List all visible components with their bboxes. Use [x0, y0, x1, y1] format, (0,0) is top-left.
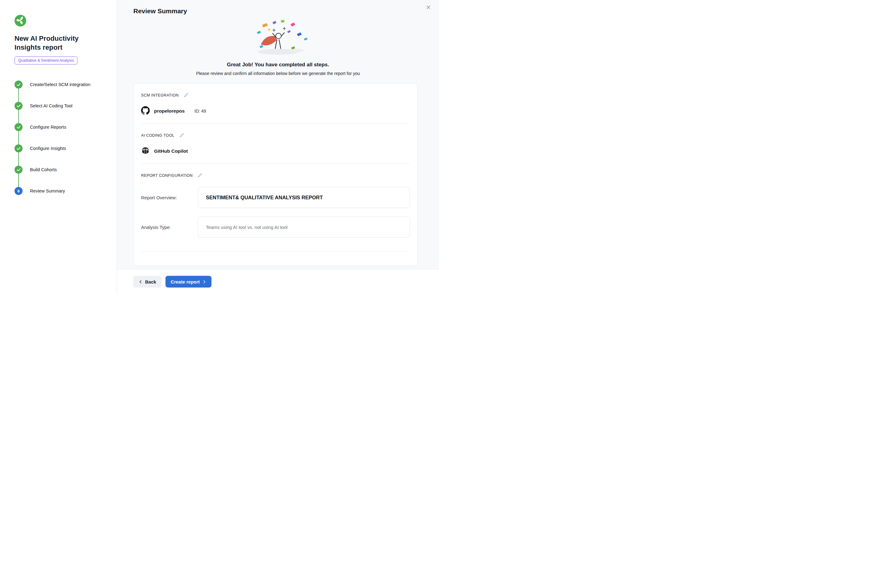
step-create-select-scm-integration[interactable]: Create/Select SCM integration: [15, 81, 105, 88]
stepper-connector-line: [18, 84, 19, 191]
step-check-icon: [15, 166, 23, 174]
step-review-summary[interactable]: 6 Review Summary: [15, 187, 105, 195]
edit-tool-icon[interactable]: [179, 132, 185, 138]
analysis-type-value: Teams using AI tool vs. not using AI too…: [198, 217, 410, 237]
analysis-type-label: Analysis Type:: [141, 225, 198, 230]
completion-hero: Great Job! You have completed all steps.…: [117, 20, 439, 76]
tool-section-label: AI CODING TOOL: [141, 133, 174, 138]
wizard-title: New AI Productivity Insights report: [15, 34, 105, 52]
app-logo-icon: [15, 15, 26, 27]
back-button[interactable]: Back: [133, 276, 161, 288]
chevron-left-icon: [138, 280, 143, 284]
divider: [141, 164, 410, 164]
step-build-cohorts[interactable]: Build Cohorts: [15, 166, 105, 174]
wizard-stepper: Create/Select SCM integration Select AI …: [15, 81, 105, 195]
copilot-icon: [141, 146, 150, 156]
step-label: Configure Insights: [30, 146, 66, 151]
create-report-button-label: Create report: [171, 279, 200, 284]
github-icon: [141, 106, 150, 116]
step-label: Create/Select SCM integration: [30, 82, 90, 87]
create-report-button[interactable]: Create report: [165, 276, 212, 288]
congrats-title: Great Job! You have completed all steps.: [117, 62, 439, 68]
step-label: Review Summary: [30, 189, 65, 194]
wizard-sidebar: New AI Productivity Insights report Qual…: [0, 0, 117, 294]
edit-report-config-icon[interactable]: [197, 172, 203, 178]
close-icon[interactable]: ✕: [426, 4, 431, 10]
step-configure-reports[interactable]: Configure Reports: [15, 123, 105, 131]
step-label: Configure Reports: [30, 124, 66, 130]
step-check-icon: [15, 123, 23, 131]
report-config-section-label: REPORT CONFIGURATION: [141, 173, 192, 178]
step-number-badge: 6: [15, 187, 23, 195]
wizard-footer: Back Create report: [117, 269, 439, 294]
step-label: Build Cohorts: [30, 167, 57, 172]
scm-integration-id: ID: 49: [194, 109, 206, 114]
step-check-icon: [15, 144, 23, 152]
report-overview-label: Report Overview:: [141, 195, 198, 200]
scm-section-label: SCM INTEGRATION: [141, 93, 179, 98]
celebration-illustration: [117, 20, 439, 60]
review-summary-panel: ✕ Review Summary: [117, 0, 439, 294]
chevron-right-icon: [202, 280, 206, 284]
step-check-icon: [15, 81, 23, 88]
scm-integration-name: propelorepos: [154, 108, 185, 114]
step-check-icon: [15, 102, 23, 110]
step-select-ai-coding-tool[interactable]: Select AI Coding Tool: [15, 102, 105, 110]
summary-card: SCM INTEGRATION propelorepos ID: 49 AI C…: [133, 83, 418, 266]
divider: [141, 123, 410, 124]
congrats-subtitle: Please review and confirm all informatio…: [117, 71, 439, 76]
page-title: Review Summary: [117, 0, 439, 15]
summary-scroll-area[interactable]: Review Summary: [117, 0, 439, 269]
report-overview-value: SENTIMENT& QUALITATIVE ANALYSIS REPORT: [198, 187, 410, 208]
ai-coding-tool-name: GitHub Copilot: [154, 148, 188, 154]
analysis-type-badge: Qualitative & Sentiment Analysis: [15, 57, 78, 64]
edit-scm-icon[interactable]: [183, 92, 189, 98]
back-button-label: Back: [145, 279, 156, 284]
step-label: Select AI Coding Tool: [30, 104, 72, 108]
step-configure-insights[interactable]: Configure Insights: [15, 144, 105, 152]
